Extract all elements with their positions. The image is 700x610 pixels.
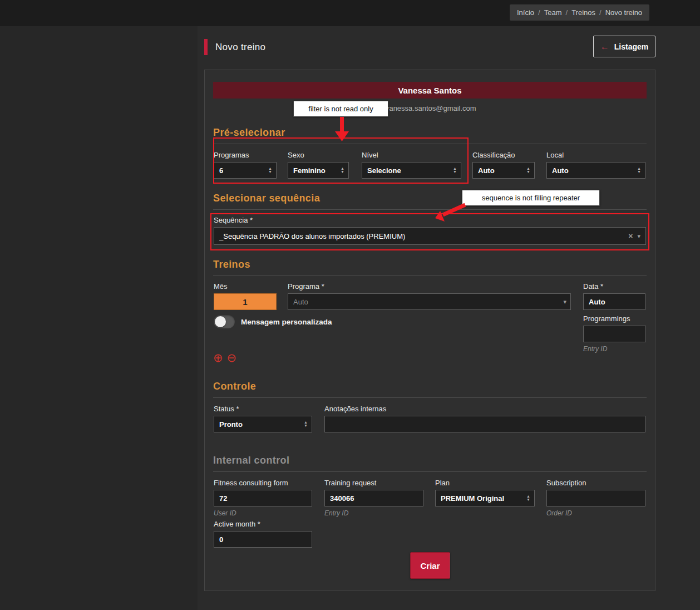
breadcrumb-separator: /: [566, 8, 568, 17]
status-label: Status *: [214, 405, 312, 413]
anotacoes-input[interactable]: [324, 416, 645, 432]
training-request-input[interactable]: [324, 490, 423, 506]
field-sexo: Sexo Feminino ▲▼: [288, 151, 349, 179]
section-internal-title: Internal control: [213, 455, 647, 472]
nivel-label: Nível: [362, 151, 461, 159]
repeater-controls: ⊕ ⊖: [213, 352, 236, 363]
student-email: .vanessa.santos@gmail.com: [205, 104, 655, 112]
criar-submit-button[interactable]: Criar: [410, 552, 450, 579]
back-button-label: Listagem: [614, 42, 648, 51]
left-sidebar-area: [0, 26, 198, 610]
top-bar: Início / Team / Treinos / Novo treino: [0, 0, 700, 26]
up-down-spinner-icon: ▲▼: [453, 167, 457, 174]
training-request-hint: Entry ID: [324, 509, 423, 517]
field-local: Local Auto ▲▼: [546, 151, 645, 179]
fitness-form-label: Fitness consulting form: [214, 479, 312, 487]
plan-select[interactable]: PREMIUM Original ▲▼: [435, 490, 535, 506]
subscription-hint: Order ID: [546, 509, 645, 517]
classificacao-select[interactable]: Auto ▲▼: [472, 162, 535, 179]
programa-label: Programa *: [288, 282, 571, 291]
form-panel: Vanessa Santos .vanessa.santos@gmail.com…: [204, 70, 655, 591]
section-treinos-title: Treinos: [213, 259, 647, 276]
breadcrumb-item-inicio[interactable]: Início: [517, 8, 534, 17]
field-subscription: Subscription Order ID: [546, 479, 645, 517]
field-data: Data *: [583, 282, 645, 310]
mes-label: Mês: [214, 282, 277, 291]
remove-row-icon[interactable]: ⊖: [227, 352, 237, 363]
breadcrumb-item-current: Novo treino: [605, 8, 642, 17]
mes-input[interactable]: [214, 293, 277, 310]
breadcrumb-item-team[interactable]: Team: [544, 8, 562, 17]
field-anotacoes: Anotações internas: [324, 405, 645, 432]
field-training-request: Training request Entry ID: [324, 479, 423, 517]
annotation-tooltip-filter: filter is not read only: [293, 101, 388, 117]
sexo-select[interactable]: Feminino ▲▼: [288, 162, 349, 179]
field-programa: Programa * Auto ▾: [288, 282, 571, 310]
data-input[interactable]: [583, 293, 645, 310]
programas-select[interactable]: 6 ▲▼: [214, 162, 277, 179]
nivel-select[interactable]: Selecione ▲▼: [362, 162, 461, 179]
annotation-tooltip-sequence: sequence is not filling repeater: [462, 190, 600, 206]
message-toggle-label: Mensagem personalizada: [241, 318, 332, 326]
field-programmings: Programmings Entry ID: [583, 314, 646, 353]
field-nivel: Nível Selecione ▲▼: [362, 151, 461, 179]
add-row-icon[interactable]: ⊕: [213, 352, 223, 363]
up-down-spinner-icon: ▲▼: [526, 167, 530, 174]
breadcrumb-item-treinos[interactable]: Treinos: [571, 8, 595, 17]
back-arrow-icon: ←: [600, 42, 609, 52]
field-programas: Programas 6 ▲▼: [214, 151, 277, 179]
field-status: Status * Pronto ▲▼: [214, 405, 312, 432]
breadcrumb: Início / Team / Treinos / Novo treino: [510, 4, 649, 21]
programmings-input[interactable]: [583, 326, 646, 342]
data-label: Data *: [583, 282, 645, 291]
programas-label: Programas: [214, 151, 277, 159]
message-toggle-row: Mensagem personalizada: [214, 315, 332, 328]
clear-icon[interactable]: ×: [628, 232, 633, 240]
up-down-spinner-icon: ▲▼: [526, 495, 530, 501]
page: Início / Team / Treinos / Novo treino No…: [0, 0, 700, 610]
up-down-spinner-icon: ▲▼: [304, 421, 308, 427]
section-controle-title: Controle: [213, 381, 647, 398]
field-classificacao: Classificação Auto ▲▼: [472, 151, 535, 179]
section-preselect-title: Pré-selecionar: [213, 127, 647, 144]
programmings-label: Programmings: [583, 314, 646, 323]
subscription-input[interactable]: [546, 490, 645, 506]
field-active-month: Active month *: [214, 520, 312, 548]
classificacao-label: Classificação: [472, 151, 535, 159]
anotacoes-label: Anotações internas: [324, 405, 645, 413]
student-name-header: Vanessa Santos: [213, 82, 647, 99]
up-down-spinner-icon: ▲▼: [341, 167, 344, 174]
sequencia-select[interactable]: _Sequência PADRÃO dos alunos importados …: [214, 227, 646, 245]
plan-label: Plan: [435, 479, 535, 487]
breadcrumb-separator: /: [599, 8, 602, 17]
local-label: Local: [546, 151, 645, 159]
title-accent-bar: [204, 39, 208, 55]
training-request-label: Training request: [324, 479, 423, 487]
up-down-spinner-icon: ▲▼: [268, 167, 272, 174]
field-fitness-form: Fitness consulting form User ID: [214, 479, 312, 517]
toggle-knob-icon: [215, 316, 226, 327]
sexo-label: Sexo: [288, 151, 349, 159]
field-plan: Plan PREMIUM Original ▲▼: [435, 479, 535, 506]
active-month-label: Active month *: [214, 520, 312, 528]
local-select[interactable]: Auto ▲▼: [546, 162, 645, 179]
programmings-hint: Entry ID: [583, 345, 646, 353]
message-toggle[interactable]: [214, 315, 235, 328]
sequencia-label: Sequência *: [214, 216, 646, 224]
field-mes: Mês: [214, 282, 277, 310]
chevron-down-icon: ▾: [563, 298, 566, 306]
page-title: Novo treino: [215, 42, 265, 53]
programa-select[interactable]: Auto ▾: [288, 293, 571, 310]
fitness-form-hint: User ID: [214, 509, 312, 517]
status-select[interactable]: Pronto ▲▼: [214, 416, 312, 432]
fitness-form-input[interactable]: [214, 490, 312, 506]
subscription-label: Subscription: [546, 479, 645, 487]
listagem-back-button[interactable]: ← Listagem: [593, 36, 655, 57]
breadcrumb-separator: /: [538, 8, 540, 17]
active-month-input[interactable]: [214, 531, 312, 548]
field-sequencia: Sequência * _Sequência PADRÃO dos alunos…: [214, 216, 646, 245]
chevron-down-icon: ▾: [637, 233, 640, 240]
up-down-spinner-icon: ▲▼: [637, 167, 641, 174]
